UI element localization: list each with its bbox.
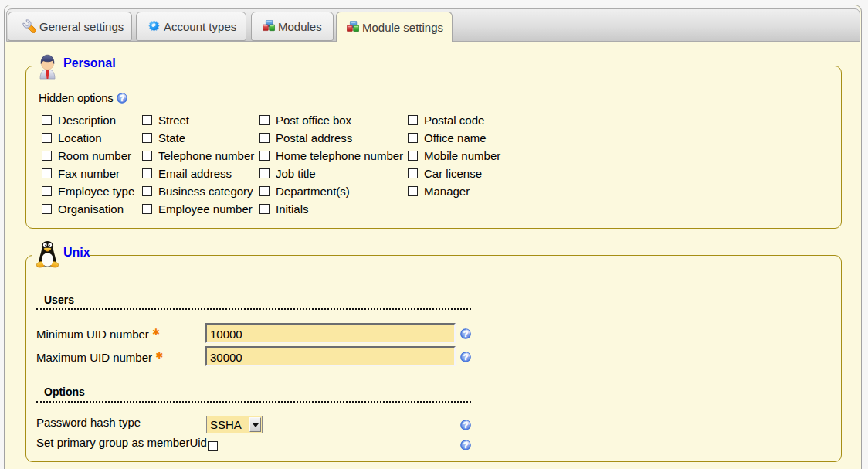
svg-text:?: ? bbox=[463, 440, 468, 449]
svg-text:?: ? bbox=[463, 352, 468, 362]
svg-text:?: ? bbox=[463, 328, 468, 338]
svg-text:?: ? bbox=[120, 93, 125, 103]
svg-text:?: ? bbox=[463, 420, 468, 430]
